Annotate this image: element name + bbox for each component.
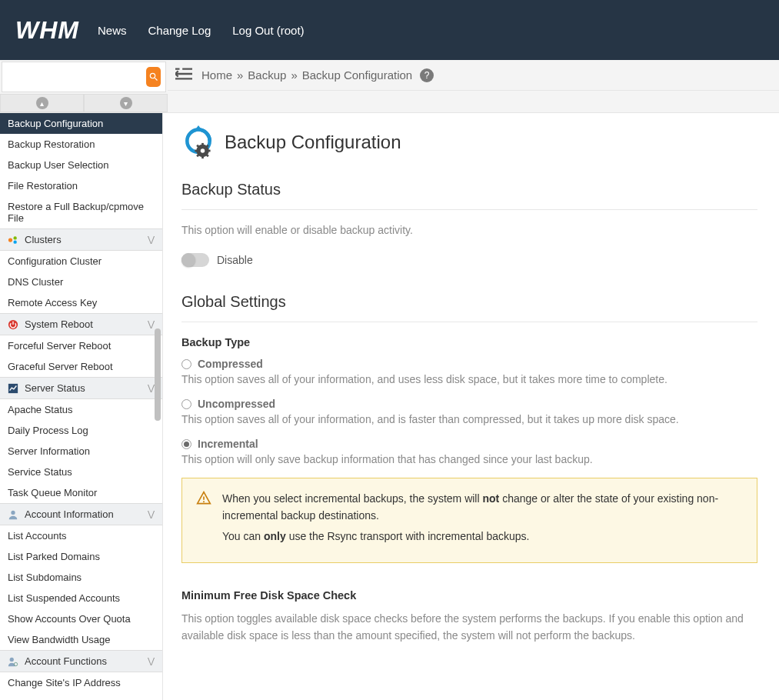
sidebar-item-backup-restoration[interactable]: Backup Restoration <box>0 134 162 155</box>
sidebar-group-label: System Reboot <box>25 318 93 330</box>
collapse-all-button[interactable]: ▴ <box>0 94 84 112</box>
sidebar-item-configuration-cluster[interactable]: Configuration Cluster <box>0 251 162 272</box>
chevron-down-icon: ⋁ <box>148 656 155 666</box>
sidebar-topcontrols: ▴ ▾ <box>0 60 168 112</box>
svg-point-2 <box>13 240 16 243</box>
sidebar-item-forceful-reboot[interactable]: Forceful Server Reboot <box>0 335 162 356</box>
global-settings-heading: Global Settings <box>181 293 757 311</box>
sidebar[interactable]: Backup Configuration Backup Restoration … <box>0 113 163 700</box>
breadcrumb-sep: » <box>237 68 243 82</box>
svg-line-17 <box>206 155 208 157</box>
radio-uncompressed[interactable] <box>181 399 191 409</box>
sidebar-item-list-accounts[interactable]: List Accounts <box>0 525 162 546</box>
sidebar-item-backup-user-selection[interactable]: Backup User Selection <box>0 155 162 175</box>
top-header: WHM News Change Log Log Out (root) <box>0 0 779 60</box>
whm-logo: WHM <box>15 16 79 45</box>
svg-point-21 <box>203 501 205 502</box>
sidebar-item-list-suspended-accounts[interactable]: List Suspended Accounts <box>0 588 162 608</box>
sidebar-item-file-restoration[interactable]: File Restoration <box>0 175 162 196</box>
sidebar-item-view-bandwidth-usage[interactable]: View Bandwidth Usage <box>0 629 162 650</box>
sidebar-item-apache-status[interactable]: Apache Status <box>0 399 162 420</box>
sidebar-item-show-accounts-over-quota[interactable]: Show Accounts Over Quota <box>0 608 162 629</box>
backup-configuration-icon <box>181 125 215 159</box>
sidebar-item-service-status[interactable]: Service Status <box>0 462 162 482</box>
power-icon <box>8 319 18 330</box>
sidebar-item-graceful-reboot[interactable]: Graceful Server Reboot <box>0 356 162 377</box>
incremental-warning-box: When you select incremental backups, the… <box>181 478 757 563</box>
radio-compressed[interactable] <box>181 359 191 369</box>
sidebar-item-dns-cluster[interactable]: DNS Cluster <box>0 272 162 292</box>
user-icon <box>8 509 18 520</box>
divider <box>181 209 757 210</box>
breadcrumb-backup[interactable]: Backup <box>248 68 286 82</box>
hamburger-icon <box>175 67 192 81</box>
sidebar-item-backup-configuration[interactable]: Backup Configuration <box>0 113 162 134</box>
nav-log-out[interactable]: Log Out (root) <box>232 24 304 37</box>
breadcrumb-home[interactable]: Home <box>201 68 232 82</box>
sidebar-group-system-reboot[interactable]: System Reboot ⋁ <box>0 313 162 335</box>
min-disk-space-desc: This option toggles available disk space… <box>181 611 757 644</box>
expand-all-button[interactable]: ▾ <box>84 94 168 112</box>
min-disk-space-label: Minimum Free Disk Space Check <box>181 589 757 602</box>
breadcrumb-current: Backup Configuration <box>302 68 412 82</box>
svg-point-5 <box>11 510 15 514</box>
sidebar-group-label: Server Status <box>25 382 85 394</box>
svg-line-19 <box>206 145 208 148</box>
sidebar-group-clusters[interactable]: Clusters ⋁ <box>0 228 162 251</box>
sidebar-group-account-information[interactable]: Account Information ⋁ <box>0 503 162 525</box>
svg-line-18 <box>197 155 199 157</box>
radio-incremental-label: Incremental <box>198 438 258 450</box>
divider <box>181 322 757 322</box>
radio-incremental-desc: This option will only save backup inform… <box>181 453 757 465</box>
radio-uncompressed-desc: This option saves all of your informatio… <box>181 413 757 425</box>
sidebar-item-server-information[interactable]: Server Information <box>0 441 162 462</box>
sidebar-item-restore-full-backup[interactable]: Restore a Full Backup/cpmove File <box>0 196 162 228</box>
chevron-up-icon: ▴ <box>36 97 48 109</box>
toggle-knob <box>181 253 195 267</box>
sidebar-group-label: Account Functions <box>25 655 107 667</box>
toggle-sidebar-button[interactable] <box>175 67 192 83</box>
chevron-down-icon: ⋁ <box>148 383 155 393</box>
user-gear-icon <box>8 656 18 667</box>
sidebar-group-account-functions[interactable]: Account Functions ⋁ <box>0 650 162 672</box>
help-button[interactable]: ? <box>420 68 434 82</box>
sidebar-item-list-parked-domains[interactable]: List Parked Domains <box>0 546 162 567</box>
chevron-down-icon: ⋁ <box>148 509 155 519</box>
sidebar-item-remote-access-key[interactable]: Remote Access Key <box>0 292 162 313</box>
chart-icon <box>8 383 18 394</box>
search-button[interactable] <box>146 67 161 87</box>
svg-line-16 <box>197 145 199 148</box>
radio-uncompressed-label: Uncompressed <box>198 398 275 410</box>
sidebar-item-task-queue-monitor[interactable]: Task Queue Monitor <box>0 482 162 503</box>
breadcrumb: Home » Backup » Backup Configuration ? <box>201 68 434 82</box>
chevron-down-icon: ▾ <box>120 97 132 109</box>
radio-compressed-label: Compressed <box>198 358 263 370</box>
chevron-down-icon: ⋁ <box>148 319 155 329</box>
svg-point-1 <box>13 236 16 239</box>
radio-incremental[interactable] <box>181 439 191 449</box>
search-icon <box>148 72 159 82</box>
scrollbar-thumb[interactable] <box>155 328 161 421</box>
sidebar-group-label: Account Information <box>25 508 114 520</box>
svg-point-0 <box>8 238 12 242</box>
backup-enable-toggle[interactable] <box>181 253 209 267</box>
backup-status-heading: Backup Status <box>181 181 757 198</box>
breadcrumb-sep: » <box>291 68 297 82</box>
sidebar-item-daily-process-log[interactable]: Daily Process Log <box>0 420 162 441</box>
toggle-label: Disable <box>217 254 253 266</box>
nav-change-log[interactable]: Change Log <box>148 24 211 37</box>
cluster-icon <box>8 235 18 245</box>
search-input[interactable] <box>7 68 146 86</box>
sidebar-group-label: Clusters <box>25 234 62 245</box>
backup-type-label: Backup Type <box>181 336 757 348</box>
nav-news[interactable]: News <box>98 24 127 37</box>
sidebar-item-list-subdomains[interactable]: List Subdomains <box>0 567 162 588</box>
chevron-down-icon: ⋁ <box>148 235 155 245</box>
backup-status-description: This option will enable or disable backu… <box>181 224 757 236</box>
sidebar-item-change-site-ip[interactable]: Change Site's IP Address <box>0 672 162 693</box>
sidebar-group-server-status[interactable]: Server Status ⋁ <box>0 377 162 399</box>
sub-bar: ▴ ▾ Home » Backup » Backup Configuration… <box>0 60 779 113</box>
main-content: Backup Configuration Backup Status This … <box>163 113 779 700</box>
svg-point-11 <box>201 148 205 153</box>
svg-point-6 <box>10 657 14 661</box>
